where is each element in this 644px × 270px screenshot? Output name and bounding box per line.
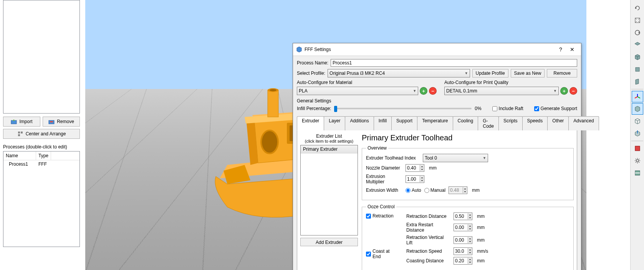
spin-down-icon[interactable]: ▼: [468, 261, 472, 264]
tab-cooling[interactable]: Cooling: [453, 116, 478, 130]
tab-scripts[interactable]: Scripts: [498, 116, 523, 130]
extra-restart-input[interactable]: [454, 224, 468, 230]
center-arrange-button[interactable]: Center and Arrange: [3, 129, 80, 139]
retraction-checkbox[interactable]: Retraction: [366, 213, 399, 219]
remove-quality-button[interactable]: −: [570, 87, 577, 95]
tab-infill[interactable]: Infill: [374, 116, 392, 130]
shaded-button[interactable]: [632, 103, 643, 115]
svg-marker-1: [13, 119, 15, 121]
retr-dist-spinner[interactable]: ▲▼: [454, 212, 472, 220]
spin-up-icon[interactable]: ▲: [468, 213, 472, 216]
multiplier-spinner[interactable]: ▲▼: [406, 175, 424, 183]
infill-label: Infill Percentage:: [297, 106, 331, 111]
nozzle-spinner[interactable]: ▲▼: [406, 164, 424, 172]
save-as-new-button[interactable]: Save as New: [511, 69, 545, 77]
spin-down-icon[interactable]: ▼: [420, 179, 424, 182]
spin-up-icon[interactable]: ▲: [468, 224, 472, 227]
extruder-item[interactable]: Primary Extruder: [301, 145, 358, 153]
process-name-input[interactable]: [331, 59, 577, 67]
rotate-view-button[interactable]: [632, 27, 643, 38]
top-view-button[interactable]: [632, 39, 643, 51]
slider-thumb[interactable]: [334, 106, 337, 112]
tab-other[interactable]: Other: [547, 116, 569, 130]
width-manual-radio[interactable]: Manual: [424, 188, 445, 193]
tab-additions[interactable]: Additions: [345, 116, 374, 130]
svg-point-26: [636, 160, 639, 162]
include-raft-checkbox[interactable]: Include Raft: [492, 106, 523, 111]
quality-combo[interactable]: DETAIL 0.1mm▼: [444, 87, 559, 95]
add-quality-button[interactable]: +: [560, 87, 568, 95]
ooze-legend: Ooze Control: [366, 204, 396, 209]
wireframe-button[interactable]: [632, 115, 643, 127]
toolhead-index-combo[interactable]: Tool 0▼: [423, 154, 488, 162]
profile-combo[interactable]: Original Prusa i3 MK2 RC4▼: [328, 69, 470, 77]
vlift-spinner[interactable]: ▲▼: [454, 236, 472, 244]
import-button[interactable]: Import: [3, 117, 40, 127]
close-button[interactable]: ✕: [566, 46, 578, 53]
infill-slider[interactable]: [334, 108, 472, 109]
remove-model-button[interactable]: Remove: [43, 117, 80, 127]
process-table[interactable]: Name Type Process1 FFF: [3, 151, 80, 247]
process-row[interactable]: Process1 FFF: [3, 160, 79, 168]
settings-button[interactable]: [632, 155, 643, 166]
vlift-label: Retraction Vertical Lift: [406, 235, 450, 245]
front-view-button[interactable]: [632, 64, 643, 75]
iso-view-button[interactable]: [632, 51, 643, 63]
spin-up-icon[interactable]: ▲: [468, 237, 472, 240]
side-view-button[interactable]: [632, 76, 643, 87]
coast-dist-spinner[interactable]: ▲▼: [454, 257, 472, 265]
normals-button[interactable]: [632, 128, 643, 139]
retr-dist-input[interactable]: [454, 213, 468, 219]
axes-button[interactable]: [632, 91, 643, 102]
select-profile-label: Select Profile:: [297, 71, 325, 76]
spin-down-icon[interactable]: ▼: [468, 216, 472, 219]
dialog-titlebar[interactable]: FFF Settings ? ✕: [293, 43, 581, 56]
tab-advanced[interactable]: Advanced: [568, 116, 599, 130]
spin-down-icon[interactable]: ▼: [468, 251, 472, 254]
add-extruder-button[interactable]: Add Extruder: [300, 238, 358, 246]
rspeed-spinner[interactable]: ▲▼: [454, 247, 472, 255]
svg-point-9: [261, 130, 278, 153]
width-auto-radio[interactable]: Auto: [406, 188, 421, 193]
vlift-input[interactable]: [454, 237, 468, 243]
unit-mm: mm: [477, 237, 485, 243]
unit-mm: mm: [477, 225, 485, 230]
spin-up-icon[interactable]: ▲: [468, 258, 472, 261]
include-raft-label: Include Raft: [499, 106, 523, 111]
update-profile-button[interactable]: Update Profile: [472, 69, 508, 77]
nozzle-input[interactable]: [406, 165, 420, 171]
coast-checkbox[interactable]: Coast at End: [366, 249, 399, 259]
undo-view-button[interactable]: [632, 2, 643, 14]
add-material-button[interactable]: +: [420, 87, 427, 95]
tab-speeds[interactable]: Speeds: [522, 116, 548, 130]
multiplier-input[interactable]: [406, 176, 420, 182]
spin-down-icon[interactable]: ▼: [468, 227, 472, 230]
help-button[interactable]: ?: [555, 46, 566, 53]
rspeed-input[interactable]: [454, 248, 468, 254]
extra-restart-label: Extra Restart Distance: [406, 222, 450, 233]
tab-layer[interactable]: Layer: [324, 116, 345, 130]
tab-temperature[interactable]: Temperature: [417, 116, 453, 130]
spin-up-icon[interactable]: ▲: [420, 176, 424, 179]
spin-down-icon[interactable]: ▼: [468, 240, 472, 243]
tab-extruder[interactable]: Extruder: [297, 116, 324, 130]
remove-material-button[interactable]: −: [429, 87, 437, 95]
tab-gcode[interactable]: G-Code: [478, 116, 499, 130]
support-view-button[interactable]: [632, 143, 643, 154]
generate-support-checkbox[interactable]: Generate Support: [534, 106, 577, 111]
extra-restart-spinner[interactable]: ▲▼: [454, 224, 472, 231]
expand-view-button[interactable]: [632, 15, 643, 26]
material-combo[interactable]: PLA▼: [297, 87, 418, 95]
spin-up-icon[interactable]: ▲: [468, 248, 472, 251]
process-type-cell: FFF: [36, 160, 49, 168]
coast-dist-input[interactable]: [454, 258, 468, 264]
spin-down-icon[interactable]: ▼: [420, 168, 424, 171]
tab-support[interactable]: Support: [391, 116, 417, 130]
col-type: Type: [36, 151, 51, 160]
section-button[interactable]: [632, 167, 643, 179]
svg-marker-17: [635, 42, 640, 45]
spin-up-icon[interactable]: ▲: [420, 165, 424, 168]
model-list[interactable]: [3, 0, 80, 114]
extruder-list[interactable]: Primary Extruder: [300, 145, 358, 235]
remove-profile-button[interactable]: Remove: [547, 69, 577, 77]
